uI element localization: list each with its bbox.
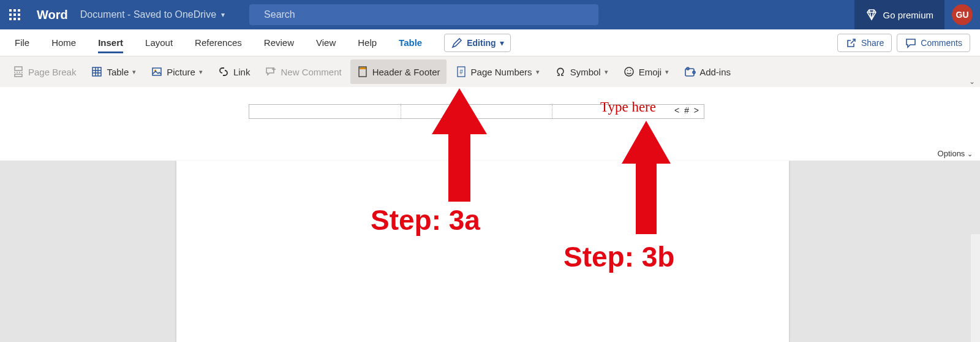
tab-label: Home <box>51 37 76 48</box>
tab-label: Table <box>399 37 422 48</box>
header-cell-left[interactable] <box>249 105 401 118</box>
svg-rect-2 <box>15 67 22 70</box>
chevron-down-icon: ▾ <box>665 68 669 76</box>
tab-label: Layout <box>145 37 173 48</box>
header-layout-table[interactable]: < # > <box>249 104 704 119</box>
options-label: Options <box>938 149 965 158</box>
breadcrumb-text: Document - Saved to OneDrive <box>80 9 216 20</box>
go-premium-label: Go premium <box>883 10 933 20</box>
tab-layout[interactable]: Layout <box>134 29 184 56</box>
tab-file[interactable]: File <box>4 29 40 56</box>
new-comment-label: New Comment <box>281 67 341 77</box>
symbol-button[interactable]: Symbol ▾ <box>548 59 614 84</box>
svg-point-19 <box>627 70 628 71</box>
tab-label: View <box>316 37 336 48</box>
svg-text:#: # <box>459 69 463 75</box>
tab-label: Help <box>358 37 377 48</box>
tab-view[interactable]: View <box>305 29 347 56</box>
svg-point-20 <box>630 70 631 71</box>
header-footer-label: Header & Footer <box>372 67 440 77</box>
tab-label: References <box>195 37 242 48</box>
symbol-icon <box>554 66 567 78</box>
canvas-background <box>0 161 980 342</box>
link-label: Link <box>233 67 251 77</box>
share-label: Share <box>861 38 884 48</box>
new-comment-icon <box>265 66 277 78</box>
page-numbers-icon: # <box>455 66 467 78</box>
svg-rect-15 <box>360 67 366 69</box>
share-icon <box>845 37 858 49</box>
svg-point-18 <box>625 67 633 76</box>
ribbon-expand-button[interactable]: ⌄ <box>969 77 975 86</box>
chevron-down-icon: ▾ <box>605 68 608 76</box>
table-label: Table <box>107 67 129 77</box>
addins-button[interactable]: Add-ins <box>677 59 737 84</box>
emoji-button[interactable]: Emoji ▾ <box>617 59 676 84</box>
link-button[interactable]: Link <box>211 59 257 84</box>
header-footer-button[interactable]: Header & Footer <box>350 59 447 84</box>
app-name: Word <box>37 8 68 22</box>
ribbon-insert: Page Break Table ▾ Picture ▾ Link New Co… <box>0 56 980 87</box>
emoji-label: Emoji <box>639 67 662 77</box>
document-area: < # > Options ⌄ Step: 3a Type here Step:… <box>0 87 980 342</box>
document-page[interactable] <box>176 161 789 342</box>
header-cell-center[interactable] <box>401 105 553 118</box>
page-numbers-button[interactable]: # Page Numbers ▾ <box>449 59 546 84</box>
tab-label: Review <box>264 37 294 48</box>
search-placeholder: Search <box>264 9 295 20</box>
share-button[interactable]: Share <box>837 34 892 52</box>
emoji-icon <box>623 66 635 78</box>
tab-label: Insert <box>98 37 123 48</box>
addins-label: Add-ins <box>699 67 731 77</box>
page-break-button[interactable]: Page Break <box>6 59 82 84</box>
symbol-label: Symbol <box>570 67 601 77</box>
chevron-down-icon: ▾ <box>199 68 203 76</box>
tabs-right: Share Comments <box>837 29 976 56</box>
chevron-down-icon: ▾ <box>132 68 136 76</box>
chevron-down-icon: ▾ <box>536 68 540 76</box>
vertical-scrollbar[interactable] <box>971 234 980 342</box>
waffle-icon <box>9 9 20 20</box>
titlebar-right: Go premium GU <box>854 0 980 29</box>
tab-review[interactable]: Review <box>253 29 305 56</box>
picture-button[interactable]: Picture ▾ <box>145 59 209 84</box>
new-comment-button[interactable]: New Comment <box>258 59 347 84</box>
tab-insert[interactable]: Insert <box>87 29 134 56</box>
chevron-down-icon: ▾ <box>500 38 504 48</box>
picture-label: Picture <box>167 67 195 77</box>
tab-help[interactable]: Help <box>347 29 388 56</box>
svg-rect-5 <box>92 67 101 76</box>
document-breadcrumb[interactable]: Document - Saved to OneDrive ▾ <box>80 9 225 20</box>
page-break-icon <box>12 66 24 78</box>
chevron-down-icon: ▾ <box>221 10 225 19</box>
tab-references[interactable]: References <box>184 29 253 56</box>
user-initials: GU <box>956 10 969 20</box>
pencil-icon <box>451 37 463 49</box>
tabs-row: File Home Insert Layout References Revie… <box>0 29 980 56</box>
addins-icon <box>684 66 696 78</box>
page-number-field[interactable]: < # > <box>674 105 700 115</box>
page-numbers-label: Page Numbers <box>471 67 532 77</box>
tab-table-context[interactable]: Table <box>388 29 433 56</box>
comments-button[interactable]: Comments <box>897 34 970 52</box>
tab-home[interactable]: Home <box>40 29 87 56</box>
header-cell-right[interactable]: < # > <box>552 105 704 118</box>
picture-icon <box>151 66 163 78</box>
user-avatar[interactable]: GU <box>952 4 973 25</box>
go-premium-button[interactable]: Go premium <box>854 0 944 29</box>
header-edit-pane: < # > Options ⌄ <box>0 87 980 161</box>
diamond-icon <box>865 9 878 21</box>
page-break-label: Page Break <box>28 67 76 77</box>
table-button[interactable]: Table ▾ <box>85 59 142 84</box>
title-bar: Word Document - Saved to OneDrive ▾ Sear… <box>0 0 980 29</box>
header-options-button[interactable]: Options ⌄ <box>938 149 973 158</box>
comments-label: Comments <box>921 38 962 48</box>
header-footer-icon <box>356 66 369 78</box>
search-input[interactable]: Search <box>249 4 598 25</box>
app-launcher-button[interactable] <box>0 0 29 29</box>
comment-icon <box>905 37 917 49</box>
table-icon <box>91 66 103 78</box>
editing-mode-button[interactable]: Editing ▾ <box>444 34 510 52</box>
chevron-down-icon: ⌄ <box>967 150 973 158</box>
tab-label: File <box>15 37 29 48</box>
